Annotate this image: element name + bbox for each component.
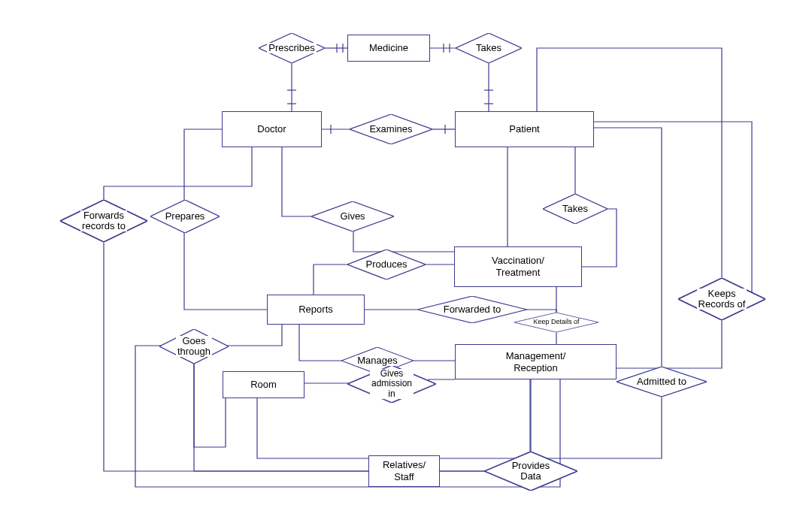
rel-prescribes: Prescribes <box>259 33 325 63</box>
rel-label: Forwards records to <box>80 210 127 232</box>
rel-admitted-to: Admitted to <box>617 367 707 397</box>
entity-label: Reports <box>298 304 333 316</box>
entity-label: Relatives/ Staff <box>383 459 426 482</box>
entity-management-reception: Management/ Reception <box>455 344 617 379</box>
entity-room: Room <box>223 371 304 398</box>
rel-label: Gives admission in <box>370 369 414 399</box>
entity-doctor: Doctor <box>222 111 322 147</box>
entity-label: Medicine <box>369 42 408 54</box>
rel-label: Prescribes <box>267 43 316 53</box>
entity-label: Vaccination/ Treatment <box>492 255 544 278</box>
rel-label: Manages <box>356 355 398 366</box>
rel-label: Prepares <box>164 211 207 222</box>
rel-label: Takes <box>474 43 503 53</box>
rel-label: Gives <box>338 211 366 222</box>
entity-label: Doctor <box>257 123 286 135</box>
rel-takes-vaccination: Takes <box>543 194 607 224</box>
rel-keep-details-of: Keep Details of <box>514 313 598 332</box>
rel-label: Keeps Records of <box>697 289 747 310</box>
rel-examines: Examines <box>350 114 432 144</box>
entity-label: Patient <box>509 123 539 135</box>
rel-produces: Produces <box>347 249 426 280</box>
entity-relatives-staff: Relatives/ Staff <box>368 455 440 487</box>
rel-label: Goes through <box>176 336 212 358</box>
entity-patient: Patient <box>455 111 594 147</box>
rel-label: Keep Details of <box>532 319 580 326</box>
rel-label: Examines <box>368 124 414 135</box>
rel-label: Provides Data <box>511 461 552 482</box>
rel-forwards-records-to: Forwards records to <box>60 200 147 242</box>
rel-provides-data: Provides Data <box>484 452 577 491</box>
rel-label: Takes <box>561 204 589 214</box>
entity-medicine: Medicine <box>347 35 430 62</box>
entity-vaccination-treatment: Vaccination/ Treatment <box>454 246 582 287</box>
rel-label: Produces <box>365 259 409 270</box>
entity-label: Management/ Reception <box>506 350 566 373</box>
rel-gives: Gives <box>311 201 394 231</box>
entity-reports: Reports <box>267 295 365 325</box>
rel-takes-medicine: Takes <box>456 33 522 63</box>
rel-forwarded-to: Forwarded to <box>417 296 527 323</box>
rel-prepares: Prepares <box>150 200 220 233</box>
entity-label: Room <box>250 379 277 391</box>
rel-goes-through: Goes through <box>159 329 229 364</box>
rel-keeps-records-of: Keeps Records of <box>678 278 765 320</box>
rel-gives-admission-in: Gives admission in <box>347 365 436 403</box>
rel-label: Forwarded to <box>442 304 503 315</box>
rel-label: Admitted to <box>635 376 688 387</box>
